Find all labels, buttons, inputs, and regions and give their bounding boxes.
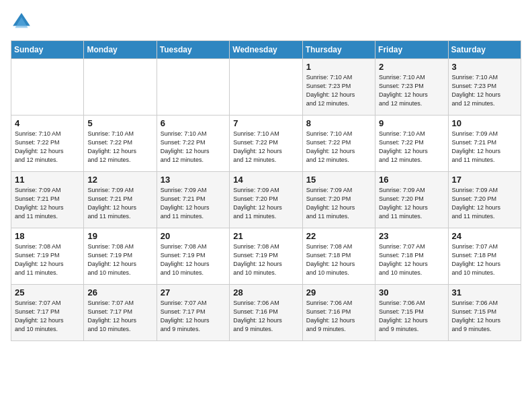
day-number: 14	[233, 175, 298, 185]
calendar-cell: 31Sunrise: 7:06 AM Sunset: 7:15 PM Dayli…	[448, 285, 521, 341]
day-info: Sunrise: 7:08 AM Sunset: 7:19 PM Dayligh…	[233, 242, 298, 277]
day-number: 24	[452, 231, 517, 241]
calendar-cell	[11, 59, 84, 116]
day-number: 20	[161, 231, 226, 241]
day-number: 15	[306, 175, 371, 185]
day-number: 27	[161, 287, 226, 298]
logo	[11, 11, 35, 32]
calendar-cell: 23Sunrise: 7:07 AM Sunset: 7:18 PM Dayli…	[375, 228, 448, 285]
day-info: Sunrise: 7:10 AM Sunset: 7:23 PM Dayligh…	[379, 73, 444, 108]
calendar-cell	[230, 59, 302, 116]
day-header-tuesday: Tuesday	[157, 41, 229, 59]
day-header-friday: Friday	[375, 41, 448, 59]
day-info: Sunrise: 7:09 AM Sunset: 7:21 PM Dayligh…	[87, 186, 152, 221]
calendar-cell: 12Sunrise: 7:09 AM Sunset: 7:21 PM Dayli…	[84, 172, 157, 228]
calendar-cell: 26Sunrise: 7:07 AM Sunset: 7:17 PM Dayli…	[84, 285, 157, 341]
day-number: 18	[15, 231, 80, 241]
day-info: Sunrise: 7:06 AM Sunset: 7:16 PM Dayligh…	[306, 299, 371, 334]
calendar-week-1: 1Sunrise: 7:10 AM Sunset: 7:23 PM Daylig…	[11, 59, 521, 116]
calendar-body: 1Sunrise: 7:10 AM Sunset: 7:23 PM Daylig…	[11, 59, 521, 341]
day-number: 10	[452, 118, 517, 128]
day-info: Sunrise: 7:09 AM Sunset: 7:20 PM Dayligh…	[452, 186, 517, 221]
day-number: 9	[379, 118, 444, 128]
day-number: 23	[379, 231, 444, 241]
calendar-cell	[84, 59, 157, 116]
calendar-cell: 20Sunrise: 7:08 AM Sunset: 7:19 PM Dayli…	[157, 228, 229, 285]
day-number: 25	[15, 287, 80, 298]
day-number: 22	[306, 231, 371, 241]
calendar-cell: 16Sunrise: 7:09 AM Sunset: 7:20 PM Dayli…	[375, 172, 448, 228]
day-number: 19	[87, 231, 152, 241]
day-info: Sunrise: 7:09 AM Sunset: 7:21 PM Dayligh…	[161, 186, 226, 221]
day-number: 29	[306, 287, 371, 298]
calendar-cell: 22Sunrise: 7:08 AM Sunset: 7:18 PM Dayli…	[302, 228, 375, 285]
day-number: 30	[379, 287, 444, 298]
calendar-cell: 30Sunrise: 7:06 AM Sunset: 7:15 PM Dayli…	[375, 285, 448, 341]
calendar-cell: 19Sunrise: 7:08 AM Sunset: 7:19 PM Dayli…	[84, 228, 157, 285]
day-info: Sunrise: 7:06 AM Sunset: 7:16 PM Dayligh…	[233, 299, 298, 334]
day-info: Sunrise: 7:10 AM Sunset: 7:22 PM Dayligh…	[161, 130, 226, 165]
calendar-table: SundayMondayTuesdayWednesdayThursdayFrid…	[11, 40, 521, 341]
calendar-cell: 10Sunrise: 7:09 AM Sunset: 7:21 PM Dayli…	[448, 116, 521, 172]
day-number: 31	[452, 287, 517, 298]
day-info: Sunrise: 7:07 AM Sunset: 7:18 PM Dayligh…	[379, 242, 444, 277]
day-info: Sunrise: 7:10 AM Sunset: 7:23 PM Dayligh…	[306, 73, 371, 108]
day-info: Sunrise: 7:09 AM Sunset: 7:21 PM Dayligh…	[452, 130, 517, 165]
calendar-week-3: 11Sunrise: 7:09 AM Sunset: 7:21 PM Dayli…	[11, 172, 521, 228]
calendar-cell: 6Sunrise: 7:10 AM Sunset: 7:22 PM Daylig…	[157, 116, 229, 172]
day-number: 5	[87, 118, 152, 128]
day-info: Sunrise: 7:08 AM Sunset: 7:19 PM Dayligh…	[161, 242, 226, 277]
calendar-cell: 24Sunrise: 7:07 AM Sunset: 7:18 PM Dayli…	[448, 228, 521, 285]
calendar-cell: 7Sunrise: 7:10 AM Sunset: 7:22 PM Daylig…	[230, 116, 302, 172]
day-info: Sunrise: 7:08 AM Sunset: 7:18 PM Dayligh…	[306, 242, 371, 277]
day-number: 7	[233, 118, 298, 128]
calendar-cell: 15Sunrise: 7:09 AM Sunset: 7:20 PM Dayli…	[302, 172, 375, 228]
day-info: Sunrise: 7:07 AM Sunset: 7:18 PM Dayligh…	[452, 242, 517, 277]
day-header-saturday: Saturday	[448, 41, 521, 59]
day-info: Sunrise: 7:10 AM Sunset: 7:22 PM Dayligh…	[379, 130, 444, 165]
day-info: Sunrise: 7:10 AM Sunset: 7:22 PM Dayligh…	[87, 130, 152, 165]
day-info: Sunrise: 7:10 AM Sunset: 7:23 PM Dayligh…	[452, 73, 517, 108]
calendar-cell: 9Sunrise: 7:10 AM Sunset: 7:22 PM Daylig…	[375, 116, 448, 172]
day-number: 1	[306, 62, 371, 72]
day-info: Sunrise: 7:06 AM Sunset: 7:15 PM Dayligh…	[379, 299, 444, 334]
day-number: 12	[87, 175, 152, 185]
day-number: 17	[452, 175, 517, 185]
day-info: Sunrise: 7:09 AM Sunset: 7:21 PM Dayligh…	[15, 186, 80, 221]
day-header-thursday: Thursday	[302, 41, 375, 59]
calendar-cell: 5Sunrise: 7:10 AM Sunset: 7:22 PM Daylig…	[84, 116, 157, 172]
day-info: Sunrise: 7:09 AM Sunset: 7:20 PM Dayligh…	[306, 186, 371, 221]
day-number: 2	[379, 62, 444, 72]
calendar-cell: 29Sunrise: 7:06 AM Sunset: 7:16 PM Dayli…	[302, 285, 375, 341]
calendar-cell: 3Sunrise: 7:10 AM Sunset: 7:23 PM Daylig…	[448, 59, 521, 116]
calendar-cell: 8Sunrise: 7:10 AM Sunset: 7:22 PM Daylig…	[302, 116, 375, 172]
day-number: 4	[15, 118, 80, 128]
calendar-cell	[157, 59, 229, 116]
day-number: 3	[452, 62, 517, 72]
calendar-cell: 1Sunrise: 7:10 AM Sunset: 7:23 PM Daylig…	[302, 59, 375, 116]
page-header	[11, 11, 521, 32]
calendar-cell: 21Sunrise: 7:08 AM Sunset: 7:19 PM Dayli…	[230, 228, 302, 285]
day-header-monday: Monday	[84, 41, 157, 59]
day-number: 8	[306, 118, 371, 128]
calendar-week-5: 25Sunrise: 7:07 AM Sunset: 7:17 PM Dayli…	[11, 285, 521, 341]
calendar-cell: 4Sunrise: 7:10 AM Sunset: 7:22 PM Daylig…	[11, 116, 84, 172]
day-number: 13	[161, 175, 226, 185]
calendar-cell: 2Sunrise: 7:10 AM Sunset: 7:23 PM Daylig…	[375, 59, 448, 116]
day-info: Sunrise: 7:09 AM Sunset: 7:20 PM Dayligh…	[379, 186, 444, 221]
calendar-cell: 17Sunrise: 7:09 AM Sunset: 7:20 PM Dayli…	[448, 172, 521, 228]
day-number: 11	[15, 175, 80, 185]
calendar-cell: 25Sunrise: 7:07 AM Sunset: 7:17 PM Dayli…	[11, 285, 84, 341]
calendar-cell: 14Sunrise: 7:09 AM Sunset: 7:20 PM Dayli…	[230, 172, 302, 228]
day-info: Sunrise: 7:10 AM Sunset: 7:22 PM Dayligh…	[233, 130, 298, 165]
calendar-cell: 28Sunrise: 7:06 AM Sunset: 7:16 PM Dayli…	[230, 285, 302, 341]
day-header-wednesday: Wednesday	[230, 41, 302, 59]
day-info: Sunrise: 7:06 AM Sunset: 7:15 PM Dayligh…	[452, 299, 517, 334]
day-info: Sunrise: 7:07 AM Sunset: 7:17 PM Dayligh…	[15, 299, 80, 334]
day-info: Sunrise: 7:08 AM Sunset: 7:19 PM Dayligh…	[15, 242, 80, 277]
day-info: Sunrise: 7:09 AM Sunset: 7:20 PM Dayligh…	[233, 186, 298, 221]
day-number: 26	[87, 287, 152, 298]
day-number: 6	[161, 118, 226, 128]
day-header-sunday: Sunday	[11, 41, 84, 59]
day-info: Sunrise: 7:10 AM Sunset: 7:22 PM Dayligh…	[15, 130, 80, 165]
